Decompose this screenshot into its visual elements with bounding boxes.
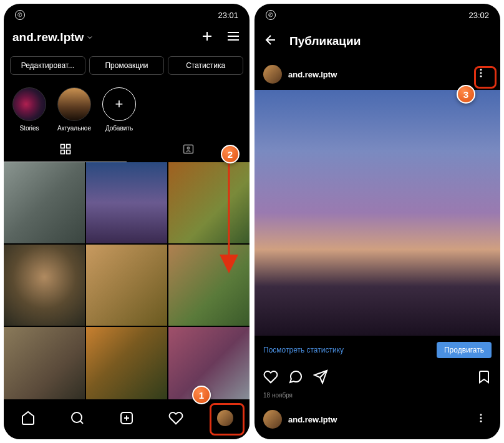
add-post-button[interactable] (200, 29, 215, 46)
svg-point-26 (480, 421, 482, 422)
grid-post[interactable] (4, 162, 85, 243)
author-name: and.rew.lptw (288, 415, 337, 424)
post-header: Публикации (254, 24, 500, 59)
bottom-nav (4, 399, 250, 439)
grid-post[interactable] (4, 327, 85, 399)
svg-rect-6 (66, 145, 70, 148)
next-post-author: and.rew.lptw (254, 404, 500, 435)
posts-grid (4, 162, 250, 399)
nav-home[interactable] (16, 406, 41, 431)
highlight-thumb (12, 87, 46, 121)
chevron-down-icon (86, 34, 94, 41)
status-time: 23:02 (468, 11, 489, 20)
svg-point-11 (72, 412, 82, 422)
edit-profile-button[interactable]: Редактироват... (10, 56, 85, 75)
svg-point-21 (480, 75, 482, 77)
share-button[interactable] (313, 369, 328, 387)
arrow-left-icon (263, 32, 278, 47)
highlight-thumb (57, 87, 91, 121)
grid-post[interactable] (168, 162, 250, 243)
grid-post[interactable] (168, 327, 250, 399)
highlight-stories[interactable]: Stories (12, 87, 46, 132)
profile-pills: Редактироват... Промоакции Статистика (4, 51, 250, 80)
status-bar: ✆ 23:02 (254, 4, 500, 24)
phone-left: ✆ 23:01 and.rew.lptw Редактироват... Про… (4, 4, 250, 439)
nav-profile[interactable] (213, 406, 238, 431)
author-info[interactable]: and.rew.lptw (263, 410, 337, 429)
svg-point-25 (480, 417, 482, 419)
post-image[interactable] (254, 90, 500, 336)
page-title: Публикации (289, 34, 361, 48)
author-name: and.rew.lptw (288, 70, 337, 79)
comment-icon (288, 369, 303, 384)
more-options-button[interactable] (470, 65, 492, 84)
grid-post[interactable] (86, 162, 167, 243)
viber-icon: ✆ (266, 10, 276, 20)
plus-icon: + (102, 87, 136, 121)
profile-header: and.rew.lptw (4, 24, 250, 51)
home-icon (21, 411, 36, 426)
hamburger-icon (226, 29, 241, 44)
back-button[interactable] (263, 32, 278, 50)
send-icon (313, 369, 328, 384)
author-avatar (263, 410, 282, 429)
promotions-button[interactable]: Промоакции (89, 56, 165, 75)
svg-point-19 (480, 69, 482, 71)
more-vertical-icon (475, 412, 487, 424)
plus-icon (200, 29, 215, 44)
svg-point-10 (187, 147, 189, 149)
svg-point-20 (480, 72, 482, 74)
heart-icon (168, 411, 183, 426)
insights-button[interactable]: Статистика (168, 56, 243, 75)
comment-button[interactable] (288, 369, 303, 387)
bottom-nav (254, 435, 500, 439)
post-author-row: and.rew.lptw (254, 59, 500, 90)
nav-search[interactable] (65, 406, 90, 431)
phone-right: ✆ 23:02 Публикации and.rew.lptw Посмотре… (254, 4, 500, 439)
viber-icon: ✆ (15, 10, 25, 20)
header-actions (200, 29, 241, 46)
nav-activity[interactable] (163, 406, 188, 431)
tagged-icon (182, 143, 195, 155)
add-square-icon (119, 411, 134, 426)
post-date: 18 ноября (254, 389, 500, 404)
like-button[interactable] (263, 369, 278, 387)
grid-post[interactable] (168, 245, 250, 326)
post-actions-row (254, 364, 500, 389)
grid-post[interactable] (86, 327, 167, 399)
search-icon (70, 411, 85, 426)
username-dropdown[interactable]: and.rew.lptw (12, 31, 94, 44)
avatar-icon (217, 410, 233, 426)
nav-add[interactable] (114, 406, 139, 431)
bookmark-icon (477, 369, 492, 384)
svg-rect-7 (66, 150, 70, 154)
view-insights-link[interactable]: Посмотреть статистику (263, 346, 344, 354)
tab-tagged[interactable] (127, 137, 250, 162)
menu-button[interactable] (226, 29, 241, 46)
author-info[interactable]: and.rew.lptw (263, 65, 337, 84)
promote-button[interactable]: Продвигать (437, 342, 492, 358)
svg-point-24 (480, 414, 482, 416)
post-stats-row: Посмотреть статистику Продвигать (254, 336, 500, 364)
author-avatar (263, 65, 282, 84)
profile-tabs (4, 137, 250, 162)
grid-post[interactable] (4, 245, 85, 326)
status-bar: ✆ 23:01 (4, 4, 250, 24)
highlights-row: Stories Актуальное + Добавить (4, 80, 250, 137)
highlight-add[interactable]: + Добавить (102, 87, 136, 132)
status-time: 23:01 (218, 11, 238, 20)
svg-line-12 (80, 421, 83, 424)
grid-post[interactable] (86, 245, 167, 326)
grid-icon (59, 143, 72, 155)
tab-grid[interactable] (4, 137, 127, 162)
heart-icon (263, 369, 278, 384)
save-button[interactable] (477, 369, 492, 387)
svg-rect-8 (61, 150, 64, 154)
more-vertical-icon (475, 67, 487, 79)
svg-rect-5 (61, 145, 64, 148)
highlight-actual[interactable]: Актуальное (57, 87, 91, 132)
more-options-button[interactable] (470, 410, 492, 429)
